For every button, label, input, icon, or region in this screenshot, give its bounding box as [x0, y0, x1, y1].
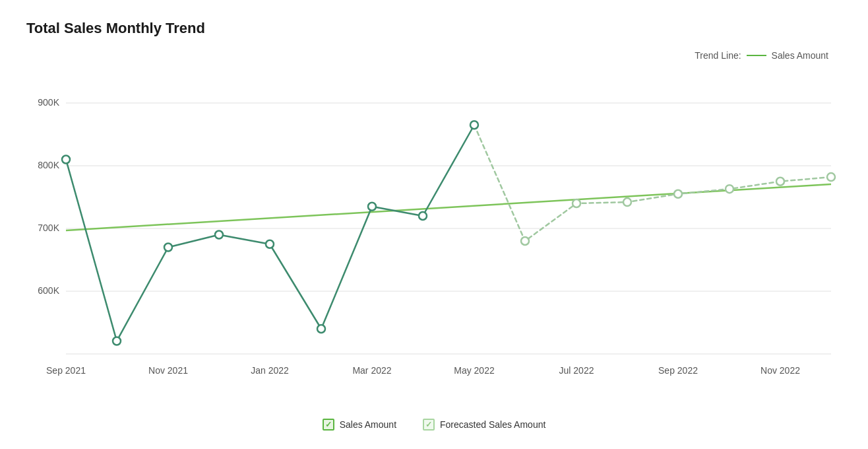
legend-checkbox-sales: ✓: [323, 419, 334, 431]
svg-point-20: [164, 244, 172, 252]
chart-container: Total Sales Monthly Trend Trend Line: Sa…: [0, 0, 868, 449]
svg-point-31: [726, 185, 733, 193]
chart-area: Trend Line: Sales Amount 900K 800K 700K …: [26, 44, 842, 413]
legend-item-forecasted: ✓ Forecasted Sales Amount: [423, 419, 545, 431]
svg-line-17: [66, 184, 831, 230]
svg-text:800K: 800K: [38, 160, 59, 170]
svg-point-33: [827, 173, 835, 181]
svg-point-24: [368, 203, 376, 211]
trend-line-series-label: Sales Amount: [772, 50, 828, 61]
svg-text:600K: 600K: [38, 285, 59, 296]
svg-point-23: [317, 325, 325, 333]
svg-text:700K: 700K: [38, 223, 59, 233]
svg-text:Mar 2022: Mar 2022: [352, 365, 391, 376]
legend-label-sales: Sales Amount: [340, 419, 396, 430]
svg-point-27: [521, 237, 529, 245]
trend-line-indicator: [747, 55, 766, 56]
svg-text:Nov 2022: Nov 2022: [760, 365, 800, 376]
svg-text:Jan 2022: Jan 2022: [251, 365, 289, 376]
svg-point-26: [470, 121, 478, 129]
svg-text:Sep 2021: Sep 2021: [46, 365, 86, 376]
svg-text:Sep 2022: Sep 2022: [658, 365, 698, 376]
chart-legend: ✓ Sales Amount ✓ Forecasted Sales Amount: [26, 419, 842, 431]
svg-point-21: [215, 231, 223, 239]
svg-point-25: [419, 212, 427, 220]
svg-point-18: [62, 156, 70, 164]
trend-line-legend: Trend Line: Sales Amount: [695, 50, 828, 61]
trend-line-label: Trend Line:: [695, 50, 741, 61]
svg-text:900K: 900K: [38, 97, 59, 108]
chart-title: Total Sales Monthly Trend: [26, 20, 842, 37]
chart-svg: 900K 800K 700K 600K Sep 2021 Nov 2021 Ja…: [26, 70, 842, 394]
svg-text:Nov 2021: Nov 2021: [148, 365, 188, 376]
legend-check-forecasted: ✓: [425, 420, 432, 429]
svg-text:May 2022: May 2022: [454, 365, 495, 376]
svg-point-32: [776, 178, 784, 186]
svg-point-28: [573, 199, 580, 207]
legend-checkbox-forecasted: ✓: [423, 419, 435, 431]
legend-label-forecasted: Forecasted Sales Amount: [440, 419, 545, 430]
svg-text:Jul 2022: Jul 2022: [559, 365, 594, 376]
legend-check-sales: ✓: [325, 420, 332, 429]
legend-item-sales: ✓ Sales Amount: [323, 419, 396, 431]
svg-point-30: [674, 190, 682, 198]
svg-point-22: [266, 240, 274, 248]
svg-point-29: [623, 198, 631, 206]
svg-point-19: [113, 337, 121, 345]
